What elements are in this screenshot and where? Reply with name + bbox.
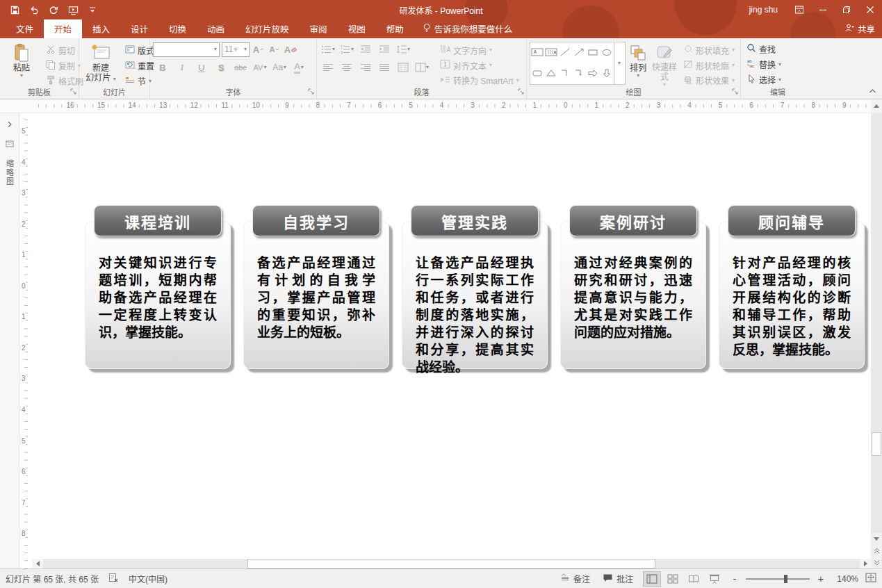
undo-icon[interactable] [25, 1, 43, 18]
card-body[interactable]: 通过对经典案例的研究和研讨，迅速提高意识与能力，尤其是对实践工作问题的应对措施。 [560, 221, 706, 369]
font-color-button[interactable]: A▾ [292, 60, 306, 75]
rectangle-shape-icon[interactable] [587, 47, 598, 59]
vertical-scroll-thumb[interactable] [872, 432, 881, 456]
expand-panel-chevron-icon[interactable] [7, 120, 13, 130]
line-shape-icon[interactable] [560, 47, 571, 59]
reading-view-button[interactable] [685, 571, 703, 587]
distribute-columns-button[interactable] [395, 60, 411, 75]
align-center-button[interactable] [338, 60, 355, 75]
tab-8[interactable]: 视图 [338, 19, 376, 38]
character-spacing-button[interactable]: AV▾ [253, 60, 267, 75]
user-name[interactable]: jing shu [749, 5, 778, 15]
find-button[interactable]: 查找 [744, 42, 784, 56]
card-title[interactable]: 顾问辅导 [728, 205, 856, 236]
slide-counter[interactable]: 幻灯片 第 65 张, 共 65 张 [6, 573, 99, 585]
shape-effects-button[interactable]: 形状效果 ▾ [680, 73, 737, 88]
zoom-out-button[interactable]: - [730, 573, 739, 585]
slide-sorter-view-button[interactable] [664, 571, 682, 587]
restore-button[interactable] [835, 0, 858, 19]
collapse-ribbon-icon[interactable] [869, 86, 876, 96]
slide-card-3[interactable]: 让备选产品经理执行一系列实际工作和任务，或者进行制度的落地实施，并进行深入的探讨… [402, 205, 548, 369]
decrease-font-size-button[interactable]: A [268, 42, 281, 57]
language-status[interactable]: 中文(中国) [129, 573, 168, 585]
close-button[interactable] [858, 0, 882, 19]
slideshow-view-button[interactable] [705, 571, 724, 587]
text-shadow-button[interactable]: S [214, 60, 228, 75]
arrow-shape-icon[interactable] [573, 47, 585, 59]
tab-7[interactable]: 审阅 [300, 19, 338, 38]
tell-me-box[interactable]: 告诉我你想要做什么 [414, 19, 521, 38]
align-text-button[interactable]: 对齐文本 ▾ [437, 58, 522, 73]
decrease-indent-button[interactable] [357, 42, 374, 57]
tab-5[interactable]: 动画 [197, 19, 235, 38]
elbow-arrow-connector-shape-icon[interactable] [573, 68, 585, 80]
change-case-button[interactable]: Aa▾ [272, 60, 286, 75]
replace-button[interactable]: abac 替换 ▾ [744, 57, 784, 72]
select-button[interactable]: 选择 ▾ [744, 72, 784, 87]
text-direction-button[interactable]: 文字方向 ▾ [437, 43, 522, 58]
card-title[interactable]: 课程培训 [94, 205, 222, 236]
new-slide-button[interactable]: 新建 幻灯片 ▾ [82, 40, 120, 83]
clear-formatting-button[interactable]: A [284, 42, 297, 57]
slide-canvas[interactable]: 对关键知识进行专题培训，短期内帮助备选产品经理在一定程度上转变认识，掌握技能。课… [32, 113, 871, 569]
zoom-percentage[interactable]: 140% [832, 574, 858, 584]
numbering-button[interactable]: ▾ [338, 42, 355, 57]
font-dialog-launcher-icon[interactable] [308, 87, 314, 97]
vertical-text-box-shape-icon[interactable] [545, 47, 557, 59]
fit-slide-to-window-icon[interactable] [865, 573, 876, 585]
tab-file[interactable]: 文件 [6, 19, 44, 38]
tab-3[interactable]: 设计 [120, 19, 158, 38]
increase-indent-button[interactable] [376, 42, 393, 57]
right-arrow-shape-icon[interactable] [587, 68, 598, 80]
font-size-combobox[interactable]: 11+ ▾ [222, 42, 250, 57]
card-body[interactable]: 针对产品经理的核心管理活动，顾问开展结构化的诊断和辅导工作，帮助其识别误区，激发… [719, 221, 865, 369]
elbow-connector-shape-icon[interactable] [560, 68, 571, 80]
thumbnail-panel-collapsed[interactable]: 缩略图 [0, 113, 19, 569]
line-spacing-button[interactable]: ▾ [395, 42, 411, 57]
card-title[interactable]: 管理实践 [411, 205, 539, 236]
spell-check-icon[interactable] [108, 573, 119, 585]
oval-shape-icon[interactable] [601, 47, 612, 59]
shapes-gallery-more-icon[interactable]: ▾ [614, 42, 625, 84]
scroll-right-icon[interactable] [860, 559, 871, 569]
tab-4[interactable]: 切换 [158, 19, 197, 38]
repeat-icon[interactable] [44, 1, 63, 18]
strikethrough-button[interactable]: abc [234, 60, 247, 75]
rounded-rectangle-shape-icon[interactable] [532, 68, 543, 80]
shape-outline-button[interactable]: 形状轮廓 ▾ [680, 58, 737, 73]
vertical-scrollbar[interactable] [871, 113, 882, 569]
card-title[interactable]: 自我学习 [252, 205, 380, 236]
card-title[interactable]: 案例研讨 [569, 205, 697, 236]
card-body[interactable]: 备选产品经理通过有计划的自我学习，掌握产品管理的重要知识，弥补业务上的短板。 [243, 221, 389, 369]
tab-6[interactable]: 幻灯片放映 [235, 19, 300, 38]
italic-button[interactable]: I [175, 60, 189, 75]
quick-styles-button[interactable]: 快速样式 ▾ [651, 40, 678, 88]
shapes-gallery[interactable]: ▾ [530, 42, 626, 85]
justify-button[interactable] [376, 60, 393, 75]
horizontal-scrollbar[interactable] [32, 559, 871, 569]
share-button[interactable]: 共享 [844, 19, 875, 38]
zoom-slider[interactable] [746, 578, 810, 580]
horizontal-ruler[interactable]: 161514131211109876543210123456789 [32, 99, 871, 113]
arrange-button[interactable]: 排列 ▾ [626, 40, 652, 88]
tab-1[interactable]: 开始 [44, 19, 82, 38]
next-slide-button[interactable] [871, 557, 882, 569]
paragraph-dialog-launcher-icon[interactable] [518, 87, 524, 97]
triangle-shape-icon[interactable] [546, 68, 557, 80]
shape-fill-button[interactable]: 形状填充 ▾ [680, 43, 737, 58]
down-arrow-shape-icon[interactable] [601, 68, 612, 80]
convert-to-smartart-button[interactable]: 转换为 SmartArt ▾ [437, 73, 522, 88]
columns-button[interactable]: ▾ [414, 60, 430, 75]
tab-2[interactable]: 插入 [82, 19, 120, 38]
underline-button[interactable]: U [195, 60, 209, 75]
card-body[interactable]: 对关键知识进行专题培训，短期内帮助备选产品经理在一定程度上转变认识，掌握技能。 [85, 221, 231, 369]
increase-font-size-button[interactable]: A [252, 42, 266, 57]
font-name-combobox[interactable]: ▾ [153, 42, 220, 57]
normal-view-button[interactable] [643, 571, 661, 587]
slide-card-1[interactable]: 对关键知识进行专题培训，短期内帮助备选产品经理在一定程度上转变认识，掌握技能。课… [85, 205, 231, 369]
scroll-left-icon[interactable] [32, 559, 43, 569]
save-icon[interactable] [6, 1, 24, 18]
align-right-button[interactable] [357, 60, 374, 75]
drawing-dialog-launcher-icon[interactable] [732, 87, 738, 97]
bullets-button[interactable]: ▾ [320, 42, 336, 57]
